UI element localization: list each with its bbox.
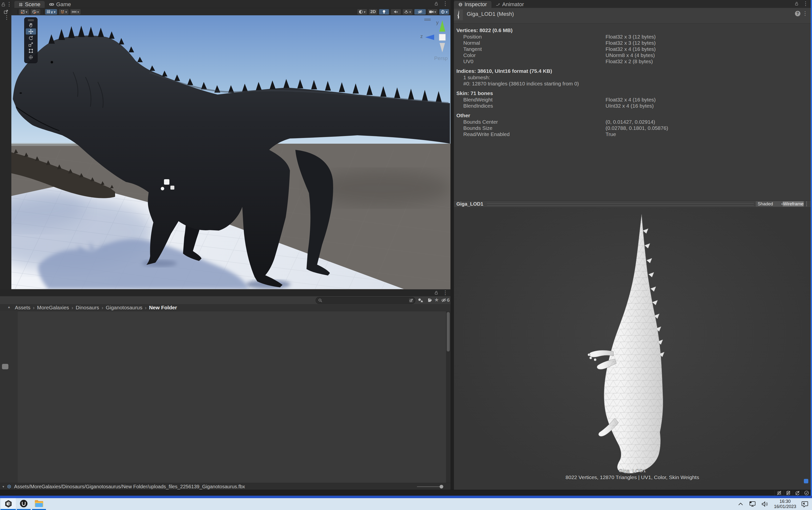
pivot-icon [21,10,25,14]
kebab-menu-icon[interactable]: ⋮ [804,201,809,207]
mesh-info-section: Vertices: 8022 (0.6 MB)PositionFloat32 x… [456,27,807,64]
breadcrumb-item[interactable]: New Folder [149,305,177,310]
tab-label: Inspector [465,1,487,8]
taskbar-app-explorer[interactable] [32,498,47,509]
tab-scene[interactable]: Scene [14,1,45,8]
tab-game[interactable]: Game [45,1,75,8]
hidden-count-icon[interactable] [441,298,446,302]
transform-icon [28,55,33,60]
hand-icon [28,23,33,28]
search-popout-icon[interactable] [409,298,414,303]
compile-ok-icon[interactable] [802,490,811,496]
search-icon [318,298,322,302]
notification-badge[interactable] [804,479,808,483]
kebab-menu-icon[interactable]: ⋮ [802,11,808,16]
2d-toggle-button[interactable]: 2D [369,9,377,14]
hidden-icons-chevron[interactable] [738,502,743,506]
breadcrumb-item[interactable]: Giganotosaurus [106,305,142,310]
tab-animator[interactable]: Animator [491,1,528,8]
volume-icon[interactable] [762,501,768,507]
preview-object-name: Giga_LOD1 [456,201,483,207]
favorites-filter-icon[interactable]: ★ [434,297,439,303]
breadcrumb-item[interactable]: Dinosaurs [76,305,99,310]
snap-settings-button[interactable]: ▾ [59,9,69,14]
projection-label[interactable]: Persp [434,55,448,61]
breadcrumb-item[interactable]: Assets [15,305,30,310]
taskbar-app-unreal[interactable] [16,498,31,509]
mesh-info-value: Float32 x 2 (8 bytes) [606,58,653,64]
hand-tool[interactable] [26,22,36,28]
kebab-menu-icon[interactable]: ⋮ [4,15,9,20]
preview-header[interactable]: Giga_LOD1 Shaded ▾ Wireframe ⋮ [454,201,811,208]
gamepad-icon [49,3,54,6]
help-icon[interactable]: ? [795,11,801,16]
mesh-info-row: ColorUNorm8 x 4 (4 bytes) [456,52,807,58]
increment-snap-button[interactable]: ▾ [70,9,81,14]
ruler-icon [72,10,76,13]
mesh-info-row: BlendIndicesUInt32 x 4 (16 bytes) [456,103,807,109]
wireframe-toggle[interactable]: Wireframe [783,201,804,207]
tool-handle-rotation-button[interactable]: ▾ [31,9,40,14]
mesh-info-section-header: Other [456,112,807,119]
gutter-scrollbar-thumb[interactable] [2,364,8,369]
tab-inspector[interactable]: Inspector [454,1,491,8]
audio-toggle-button[interactable] [391,9,401,14]
cache-server-disabled-icon[interactable] [784,490,793,496]
project-panel: ⋮ ★ 6 ▲ Assets›MoreGalaxies›Dinosaurs›Gi… [0,289,451,490]
shading-mode-button[interactable]: ▾ [357,9,367,14]
type-filter-icon[interactable] [418,298,423,303]
camera-settings-button[interactable]: ▾ [428,9,438,14]
collapse-icon[interactable]: ▾ [2,485,4,488]
mesh-info-value: (0.02788, 0.1801, 0.05876) [606,125,668,131]
camera-icon [429,10,433,13]
rotate-tool[interactable] [26,35,36,41]
debugger-detached-icon[interactable] [775,490,784,496]
lock-icon[interactable] [434,291,439,295]
kebab-menu-icon[interactable]: ⋮ [803,1,808,6]
lock-icon[interactable] [434,1,439,6]
tab-label: Game [56,1,71,8]
breadcrumb-separator: › [145,305,146,310]
wireframe-mesh [588,214,664,473]
kebab-menu-icon[interactable]: ⋮ [442,1,448,6]
lighting-toggle-button[interactable] [379,9,389,14]
rect-tool[interactable] [26,48,36,54]
breadcrumb-up-icon[interactable]: ▲ [7,305,10,309]
taskbar-app-unity-hub[interactable] [1,498,16,509]
network-icon[interactable] [749,501,756,507]
breadcrumb-item[interactable]: MoreGalaxies [37,305,69,310]
kebab-menu-icon[interactable]: ⋮ [6,1,12,7]
label-filter-icon[interactable] [427,298,432,303]
auto-refresh-disabled-icon[interactable] [793,490,802,496]
shading-mode-dropdown[interactable]: Shaded ▾ [756,201,785,207]
action-center-icon[interactable] [802,501,809,507]
project-footer: ▾ Assets/MoreGalaxies/Dinosaurs/Giganoto… [0,483,451,490]
mesh-preview[interactable]: Giga_LOD1 8022 Vertices, 12870 Triangles… [454,207,811,490]
preview-drag-handle[interactable] [487,203,754,206]
grid-axis-label: Y [51,11,53,14]
kebab-menu-icon[interactable]: ⋮ [442,290,448,296]
grid-visibility-button[interactable]: Y ▾ [45,9,57,14]
lock-icon[interactable] [1,2,6,7]
inspector-tabbar: Inspector Animator ⋮ [454,0,811,8]
effects-toggle-button[interactable]: ▾ [403,9,412,14]
popout-icon[interactable] [3,9,8,14]
transform-tool[interactable] [26,54,36,60]
gizmos-button[interactable]: ▾ [439,9,449,14]
cube-axis-icon [32,10,36,14]
lock-icon[interactable] [794,1,799,6]
mesh-info-row: BlendWeightFloat32 x 4 (16 bytes) [456,96,807,103]
scene-viewport[interactable] [11,15,451,289]
scene-visibility-button[interactable] [414,9,426,14]
move-tool[interactable] [26,28,36,35]
thumbnail-size-slider[interactable] [417,485,444,488]
search-input[interactable] [324,297,404,303]
grid-scrollbar[interactable] [446,311,451,483]
mesh-info-value: UNorm8 x 4 (4 bytes) [606,52,655,58]
scale-tool[interactable] [26,41,36,48]
grid-scrollbar-thumb[interactable] [447,312,450,352]
move-icon [28,29,33,34]
tool-handle-position-button[interactable]: ▾ [19,9,29,14]
panel-splitter[interactable] [451,0,454,490]
taskbar-clock[interactable]: 16:30 16/01/2023 [774,499,796,509]
